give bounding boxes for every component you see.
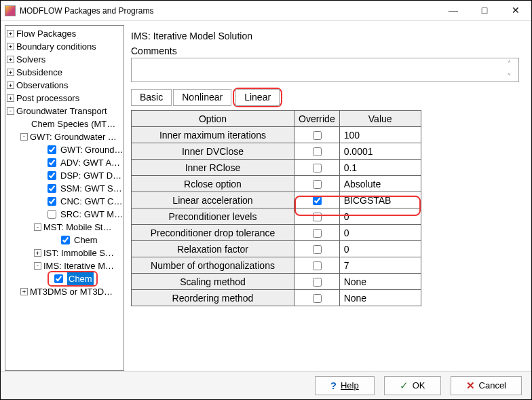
override-checkbox[interactable]: [313, 294, 322, 303]
ok-button[interactable]: ✓OK: [384, 376, 441, 395]
panel-title: IMS: Iterative Model Solution: [131, 31, 519, 41]
override-checkbox[interactable]: [313, 213, 322, 221]
check-icon: ✓: [400, 380, 408, 392]
table-row: Preconditioner drop tolerance0: [132, 225, 421, 241]
tree-item[interactable]: ADV: GWT A…: [60, 156, 120, 169]
tree-item[interactable]: Boundary conditions: [16, 40, 96, 53]
expand-icon[interactable]: +: [7, 30, 14, 37]
minimize-button[interactable]: ―: [438, 1, 469, 21]
value-cell[interactable]: 0.0001: [339, 143, 421, 160]
scroll-up-icon[interactable]: ˄: [508, 60, 517, 67]
col-override: Override: [294, 111, 340, 127]
col-option: Option: [132, 111, 294, 127]
tree-item[interactable]: IST: Immobile S…: [43, 247, 114, 259]
tree-item-selected[interactable]: Chem: [67, 272, 94, 285]
collapse-icon[interactable]: -: [34, 223, 41, 231]
tab-basic[interactable]: Basic: [131, 89, 172, 106]
tree-item[interactable]: CNC: GWT C…: [60, 195, 122, 208]
override-checkbox[interactable]: [313, 229, 322, 238]
expand-icon[interactable]: +: [7, 43, 14, 50]
tab-bar: Basic Nonlinear Linear: [131, 88, 519, 107]
value-cell[interactable]: Absolute: [339, 176, 421, 192]
dialog-footer: ?Help ✓OK ✕Cancel: [1, 371, 531, 399]
tree-checkbox[interactable]: [48, 145, 56, 154]
tab-nonlinear[interactable]: Nonlinear: [173, 89, 231, 106]
tree-item[interactable]: Solvers: [16, 53, 45, 66]
comments-textarea[interactable]: ˄˅: [131, 58, 519, 82]
table-row: Number of orthogonalizations7: [132, 257, 421, 274]
table-row: Inner DVClose0.0001: [132, 143, 421, 160]
tree-checkbox[interactable]: [54, 274, 63, 283]
table-row: Reordering methodNone: [132, 290, 421, 306]
expand-icon[interactable]: +: [7, 94, 14, 102]
override-checkbox[interactable]: [313, 278, 322, 287]
table-row: Linear accelerationBICGSTAB: [132, 192, 421, 208]
override-checkbox[interactable]: [313, 245, 322, 254]
table-row: Relaxation factor0: [132, 241, 421, 257]
app-icon: [5, 5, 16, 16]
tree-checkbox[interactable]: [48, 158, 56, 167]
package-tree[interactable]: +Flow Packages +Boundary conditions +Sol…: [5, 25, 124, 371]
table-row: Inner RClose0.1: [132, 160, 421, 176]
collapse-icon[interactable]: -: [7, 107, 14, 115]
tree-item[interactable]: GWT: Ground…: [60, 143, 123, 156]
tree-item[interactable]: SRC: GWT M…: [60, 208, 123, 221]
title-bar: MODFLOW Packages and Programs ― □ ✕: [1, 1, 531, 21]
expand-icon[interactable]: +: [7, 81, 14, 89]
value-cell[interactable]: 0: [339, 208, 421, 225]
tree-item[interactable]: Chem: [74, 234, 98, 247]
tree-checkbox[interactable]: [48, 171, 56, 180]
table-row: Rclose optionAbsolute: [132, 176, 421, 192]
tree-checkbox[interactable]: [48, 210, 56, 219]
expand-icon[interactable]: +: [34, 249, 41, 257]
tree-item[interactable]: Post processors: [16, 92, 79, 105]
tree-checkbox[interactable]: [48, 184, 56, 193]
value-cell[interactable]: None: [339, 290, 421, 306]
tree-checkbox[interactable]: [61, 236, 70, 244]
cancel-button[interactable]: ✕Cancel: [451, 376, 522, 395]
tree-item[interactable]: Observations: [16, 79, 69, 92]
help-button[interactable]: ?Help: [315, 376, 375, 395]
tree-item[interactable]: Groundwater Transport: [16, 105, 107, 117]
tree-item[interactable]: Flow Packages: [16, 27, 76, 40]
override-checkbox[interactable]: [313, 131, 322, 140]
help-icon: ?: [330, 380, 337, 391]
override-checkbox[interactable]: [313, 180, 322, 189]
expand-icon[interactable]: +: [7, 69, 14, 76]
tab-linear[interactable]: Linear: [235, 89, 280, 106]
close-button[interactable]: ✕: [500, 1, 531, 21]
expand-icon[interactable]: +: [7, 56, 14, 63]
close-icon: ✕: [466, 380, 475, 392]
value-cell[interactable]: None: [339, 274, 421, 290]
table-row: Scaling methodNone: [132, 274, 421, 290]
tree-item[interactable]: DSP: GWT D…: [60, 169, 121, 182]
tree-item[interactable]: MST: Mobile St…: [43, 221, 111, 234]
window-title: MODFLOW Packages and Programs: [20, 6, 438, 16]
override-checkbox[interactable]: [313, 164, 322, 172]
tree-checkbox[interactable]: [48, 197, 56, 206]
value-cell[interactable]: 100: [339, 127, 421, 143]
table-row: Inner maximum iterations100: [132, 127, 421, 143]
override-checkbox[interactable]: [313, 196, 322, 205]
collapse-icon[interactable]: -: [34, 262, 41, 270]
comments-label: Comments: [131, 46, 519, 56]
value-cell[interactable]: BICGSTAB: [339, 192, 421, 208]
override-checkbox[interactable]: [313, 147, 322, 156]
collapse-icon[interactable]: -: [20, 133, 28, 141]
options-grid: Option Override Value Inner maximum iter…: [131, 110, 421, 306]
tree-item[interactable]: GWT: Groundwater …: [30, 130, 117, 143]
value-cell[interactable]: 0.1: [339, 160, 421, 176]
expand-icon[interactable]: +: [20, 288, 28, 295]
tree-item[interactable]: MT3DMS or MT3D…: [30, 285, 113, 298]
scroll-down-icon[interactable]: ˅: [508, 73, 517, 80]
tree-item[interactable]: Subsidence: [16, 66, 62, 79]
override-checkbox[interactable]: [313, 261, 322, 270]
value-cell[interactable]: 0: [339, 241, 421, 257]
tree-item[interactable]: SSM: GWT S…: [60, 182, 122, 195]
table-row: Preconditioner levels0: [132, 208, 421, 225]
value-cell[interactable]: 7: [339, 257, 421, 274]
tree-item[interactable]: Chem Species (MT…: [31, 117, 115, 130]
maximize-button[interactable]: □: [469, 1, 500, 21]
col-value: Value: [339, 111, 421, 127]
value-cell[interactable]: 0: [339, 225, 421, 241]
